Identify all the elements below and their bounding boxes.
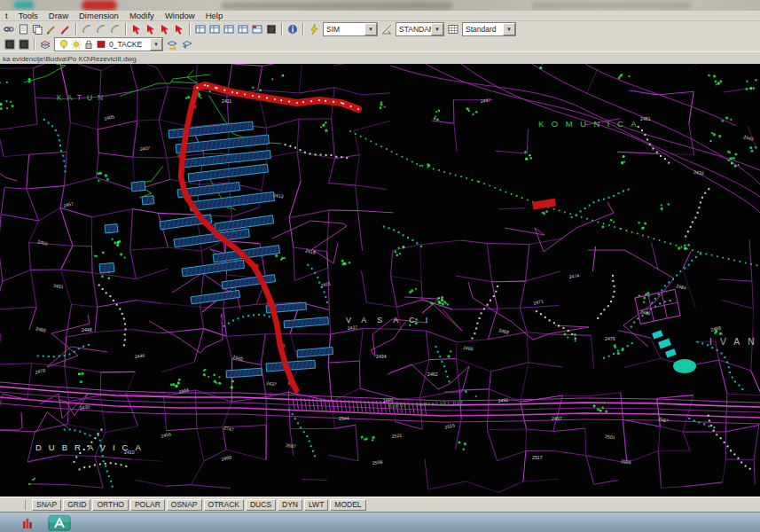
dark-sq-icon[interactable] xyxy=(17,37,31,51)
titlebar-red-smudge xyxy=(82,0,117,11)
menu-item-help[interactable]: Help xyxy=(200,11,229,20)
layer-bulb-icon[interactable] xyxy=(58,38,70,51)
text-style-combo-value: SIM xyxy=(326,25,364,34)
coordinate-readout-stub xyxy=(2,500,26,510)
flash-icon[interactable] xyxy=(307,22,321,35)
layer-combo[interactable]: 0_TACKE▾ xyxy=(54,37,163,51)
dark-sq-icon[interactable] xyxy=(3,37,17,51)
toolbar-separator xyxy=(302,23,304,35)
map-background xyxy=(0,64,760,497)
toolbar-separator xyxy=(34,38,35,51)
status-bar: SNAPGRIDORTHOPOLAROSNAPOTRACKDUCSDYNLWTM… xyxy=(0,497,760,512)
status-toggle-model[interactable]: MODEL xyxy=(330,499,365,511)
status-toggle-otrack[interactable]: OTRACK xyxy=(204,499,244,511)
copy-icon[interactable] xyxy=(30,22,44,35)
layers-icon[interactable] xyxy=(38,37,52,51)
toolbar-separator xyxy=(189,23,191,35)
menu-item-modify[interactable]: Modify xyxy=(124,11,160,20)
dark-icon[interactable] xyxy=(264,22,278,35)
toolbar-separator xyxy=(281,23,283,35)
status-toggle-ortho[interactable]: ORTHO xyxy=(92,499,129,511)
building-footprint xyxy=(131,181,145,192)
parcel-number: 2434 xyxy=(376,354,387,359)
chevron-down-icon[interactable]: ▾ xyxy=(431,23,443,35)
menu-item-t[interactable]: t xyxy=(0,11,13,20)
table-style-combo[interactable]: Standard▾ xyxy=(462,22,516,36)
current-layer-name: 0_TACKE xyxy=(109,40,150,49)
zoom-icon[interactable] xyxy=(144,22,158,35)
parcel-number: 2497 xyxy=(552,416,562,421)
drawing-canvas[interactable]: 2405240724112413241824212427243424372440… xyxy=(0,64,760,497)
arc-icon[interactable] xyxy=(80,22,94,35)
text-style-combo[interactable]: SIM▾ xyxy=(323,22,378,36)
grid-red-icon[interactable] xyxy=(250,22,264,35)
table-style-combo-value: Standard xyxy=(466,25,503,34)
layers-go-icon[interactable] xyxy=(165,37,179,51)
info-icon[interactable] xyxy=(286,22,300,35)
parcel-number: 2411 xyxy=(222,98,231,104)
arc-icon[interactable] xyxy=(94,22,108,35)
parcel-number: 2517 xyxy=(532,455,543,460)
arc-icon[interactable] xyxy=(108,22,122,35)
zoom-icon[interactable] xyxy=(158,22,172,35)
grid-icon[interactable] xyxy=(193,22,208,35)
layers-toolbar: 0_TACKE▾ xyxy=(0,36,760,52)
map-label: KATUN xyxy=(57,93,108,102)
building-footprint xyxy=(105,224,118,233)
dim-style-combo[interactable]: STANDARD▾ xyxy=(396,22,444,36)
taskbar-red-app-icon[interactable] xyxy=(14,514,41,531)
toolbar-separator xyxy=(75,23,77,35)
layer-sun-icon[interactable] xyxy=(70,38,82,51)
status-toggle-polar[interactable]: POLAR xyxy=(130,499,165,511)
menu-bar: tToolsDrawDimensionModifyWindowHelp xyxy=(0,11,760,21)
titlebar-dark-smudge xyxy=(222,2,452,10)
parcel-number: 2544 xyxy=(339,416,349,421)
parcel-number: 2476 xyxy=(605,336,615,341)
titlebar-dark-smudge-2 xyxy=(532,2,692,9)
menu-item-tools[interactable]: Tools xyxy=(13,11,43,20)
status-toggle-grid[interactable]: GRID xyxy=(63,499,90,511)
chevron-down-icon[interactable]: ▾ xyxy=(503,23,515,35)
link-icon[interactable] xyxy=(2,22,16,35)
zoom-icon[interactable] xyxy=(172,22,186,35)
tablestyle-icon[interactable] xyxy=(446,22,460,35)
building-footprint xyxy=(142,196,154,205)
teal-area xyxy=(673,359,696,373)
map-label: KOMUNICA xyxy=(538,119,644,129)
taskbar-autocad-icon[interactable] xyxy=(46,514,73,531)
application-window: tToolsDrawDimensionModifyWindowHelp SIM▾… xyxy=(0,0,760,532)
map-label: IVAN xyxy=(709,336,760,347)
status-toggle-dyn[interactable]: DYN xyxy=(278,499,302,511)
chevron-down-icon[interactable]: ▾ xyxy=(150,38,162,51)
grid-icon[interactable] xyxy=(222,22,236,35)
grid-icon[interactable] xyxy=(236,22,250,35)
pencil-red-icon[interactable] xyxy=(59,22,73,35)
pencil-icon[interactable] xyxy=(44,22,59,35)
layer-lock-icon[interactable] xyxy=(82,38,95,51)
menu-item-window[interactable]: Window xyxy=(160,11,200,20)
map-label: VASACI xyxy=(346,316,438,325)
layer-prev-icon[interactable] xyxy=(179,37,193,51)
status-toggle-lwt[interactable]: LWT xyxy=(304,499,328,511)
dim-style-combo-value: STANDARD xyxy=(399,25,431,34)
chevron-down-icon[interactable]: ▾ xyxy=(364,23,377,35)
doc-icon[interactable] xyxy=(16,22,30,35)
menu-item-dimension[interactable]: Dimension xyxy=(74,11,124,20)
taskbar xyxy=(0,512,760,532)
dimstyle-icon[interactable] xyxy=(380,22,394,35)
titlebar-teal-smudge xyxy=(14,1,34,9)
status-toggle-snap[interactable]: SNAP xyxy=(32,499,61,511)
map-label: DUBRAVICA xyxy=(35,442,148,452)
drawing-path: ka evidencije\Budva\Po KO\RezeviciII.dwg xyxy=(0,55,137,63)
cadastral-map[interactable]: 2405240724112413241824212427243424372440… xyxy=(0,64,760,497)
menu-item-draw[interactable]: Draw xyxy=(43,11,74,20)
status-toggle-ducs[interactable]: DUCS xyxy=(246,499,276,511)
toolbar-separator xyxy=(125,23,127,35)
layer-swatch-icon[interactable] xyxy=(95,38,107,51)
cropped-titlebar xyxy=(0,0,760,11)
parcel-number: 2448 xyxy=(82,327,92,332)
status-toggle-osnap[interactable]: OSNAP xyxy=(167,499,202,511)
parcel-number: 2462 xyxy=(427,372,438,377)
zoom-icon[interactable] xyxy=(129,22,144,35)
grid-icon[interactable] xyxy=(208,22,222,35)
